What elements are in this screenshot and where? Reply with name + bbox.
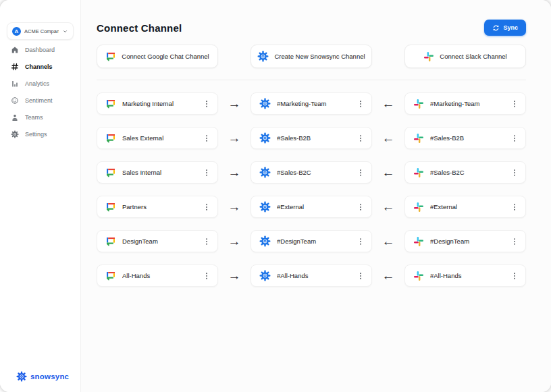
kebab-icon	[202, 271, 211, 281]
gear-icon	[11, 130, 19, 138]
google-chat-icon	[105, 271, 116, 281]
slack-channel-card: #DesignTeam	[404, 230, 526, 252]
channel-menu-button[interactable]	[353, 131, 368, 146]
company-avatar: A	[12, 27, 21, 36]
channel-row: Marketing Internal → #Marketing-Team ← #…	[97, 92, 526, 115]
arrow-right-icon: →	[228, 97, 241, 110]
snowsync-gear-icon	[259, 270, 271, 281]
connect-slack-button[interactable]: Connect Slack Channel	[404, 45, 526, 68]
kebab-icon	[510, 168, 519, 177]
arrow-left-icon: ←	[382, 132, 395, 144]
slack-channel-card: #Marketing-Team	[404, 92, 526, 115]
channel-name: All-Hands	[122, 272, 193, 279]
channel-menu-button[interactable]	[199, 269, 214, 283]
google-chat-channel-card: Sales External	[97, 127, 218, 149]
kebab-icon	[356, 271, 365, 281]
arrow-left-icon: ←	[382, 166, 395, 179]
sidebar-item-label: Channels	[25, 63, 53, 70]
channel-name: #DesignTeam	[430, 237, 501, 245]
kebab-icon	[356, 99, 365, 109]
sidebar-item-teams[interactable]: Teams	[0, 109, 80, 125]
channel-name: #Sales-B2C	[430, 169, 501, 176]
channel-name: Sales Internal	[122, 169, 193, 176]
arrow-right-icon: →	[228, 200, 241, 213]
kebab-icon	[202, 202, 211, 212]
channel-menu-button[interactable]	[353, 269, 368, 283]
channel-name: #All-Hands	[277, 272, 347, 279]
home-icon	[11, 46, 19, 54]
snowsync-gear-icon	[259, 235, 271, 247]
channel-menu-button[interactable]	[199, 165, 214, 180]
slack-channel-card: #All-Hands	[404, 264, 526, 287]
channel-menu-button[interactable]	[353, 234, 368, 249]
google-chat-channel-card: DesignTeam	[97, 230, 218, 252]
arrow-left-icon: ←	[382, 200, 395, 213]
channel-menu-button[interactable]	[507, 200, 522, 215]
channel-menu-button[interactable]	[353, 96, 368, 111]
channel-menu-button[interactable]	[507, 131, 522, 146]
sidebar-item-settings[interactable]: Settings	[0, 125, 80, 142]
company-name: ACME Company Inc.	[24, 28, 59, 34]
channel-name: #External	[430, 203, 501, 211]
kebab-icon	[510, 134, 519, 143]
slack-icon	[413, 202, 424, 213]
create-snowsync-channel-button[interactable]: Create New Snowsync Channel	[251, 45, 372, 68]
column-gap	[218, 45, 251, 68]
kebab-icon	[510, 202, 519, 212]
channel-menu-button[interactable]	[199, 131, 214, 146]
snowsync-gear-icon	[259, 132, 271, 144]
channel-name: #DesignTeam	[277, 237, 347, 245]
sidebar: A ACME Company Inc. Dashboard Channels A…	[0, 0, 81, 392]
sync-button[interactable]: Sync	[484, 20, 526, 36]
connect-button-label: Create New Snowsync Channel	[274, 53, 365, 60]
person-icon	[11, 113, 19, 121]
kebab-icon	[510, 271, 519, 281]
snowsync-logo: snowsync	[16, 371, 69, 382]
channel-menu-button[interactable]	[199, 200, 214, 215]
kebab-icon	[202, 99, 211, 109]
slack-icon	[413, 167, 424, 178]
google-chat-icon	[105, 202, 116, 213]
google-chat-icon	[105, 99, 116, 109]
sidebar-nav: Dashboard Channels Analytics Sentiment T…	[0, 41, 80, 142]
sidebar-item-label: Settings	[25, 131, 47, 138]
google-chat-channel-card: Marketing Internal	[97, 92, 218, 115]
sidebar-item-dashboard[interactable]: Dashboard	[0, 41, 80, 58]
kebab-icon	[202, 168, 211, 177]
smiley-icon	[11, 96, 19, 105]
snowsync-channel-card: #External	[251, 196, 372, 218]
company-selector[interactable]: A ACME Company Inc.	[7, 22, 74, 40]
channel-menu-button[interactable]	[507, 269, 522, 283]
arrow-right-icon: →	[228, 269, 241, 282]
page-title: Connect Channel	[97, 22, 182, 34]
snowsync-gear-icon	[16, 371, 27, 382]
connect-button-label: Connect Slack Channel	[440, 53, 506, 60]
slack-channel-card: #External	[404, 196, 526, 218]
arrow-left-icon: ←	[382, 235, 395, 248]
channel-menu-button[interactable]	[199, 234, 214, 249]
sidebar-item-channels[interactable]: Channels	[0, 58, 80, 75]
arrow-right-icon: →	[228, 166, 241, 179]
sidebar-item-sentiment[interactable]: Sentiment	[0, 92, 80, 109]
kebab-icon	[356, 202, 365, 212]
channel-name: Marketing Internal	[122, 100, 193, 107]
channel-name: Partners	[122, 203, 193, 211]
channel-menu-button[interactable]	[199, 96, 214, 111]
sidebar-item-analytics[interactable]: Analytics	[0, 75, 80, 92]
connect-google-chat-button[interactable]: Connect Google Chat Channel	[97, 45, 218, 68]
kebab-icon	[356, 168, 365, 177]
kebab-icon	[510, 237, 519, 246]
snowsync-channel-card: #Sales-B2B	[251, 127, 372, 149]
channel-menu-button[interactable]	[353, 200, 368, 215]
channel-name: #Sales-B2B	[430, 134, 501, 142]
channel-menu-button[interactable]	[507, 234, 522, 249]
slack-icon	[413, 133, 424, 144]
google-chat-channel-card: Partners	[97, 196, 218, 218]
channel-menu-button[interactable]	[507, 165, 522, 180]
channel-name: #Sales-B2B	[277, 134, 347, 142]
channel-menu-button[interactable]	[507, 96, 522, 111]
connect-button-label: Connect Google Chat Channel	[122, 53, 209, 60]
snowsync-channel-card: #Marketing-Team	[251, 92, 372, 115]
channel-menu-button[interactable]	[353, 165, 368, 180]
sidebar-item-label: Sentiment	[25, 97, 53, 104]
